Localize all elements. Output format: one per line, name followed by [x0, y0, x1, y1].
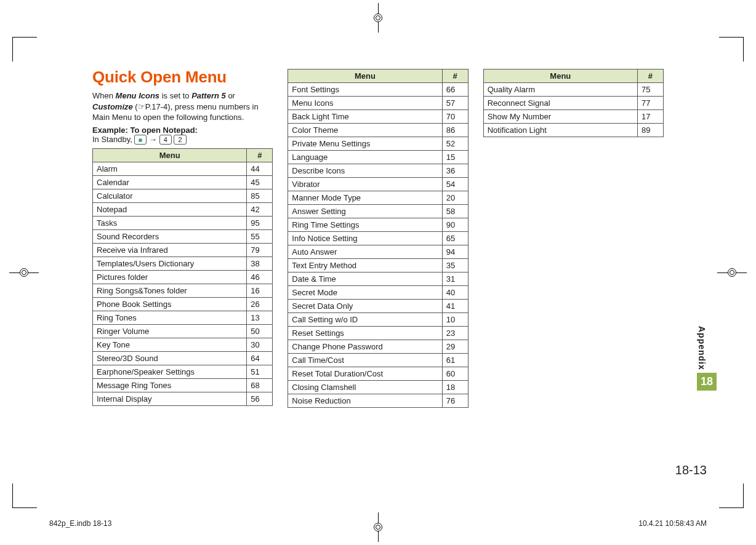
col-header-hash: # [637, 70, 663, 83]
table-row: Vibrator54 [288, 178, 468, 191]
hash-cell: 77 [637, 97, 663, 110]
hash-cell: 16 [247, 284, 273, 298]
hash-cell: 68 [247, 379, 273, 392]
menu-cell: Stereo/3D Sound [93, 352, 247, 365]
menu-cell: Reconnect Signal [483, 97, 637, 110]
hash-cell: 38 [247, 257, 273, 271]
registration-mark [368, 15, 388, 20]
table-row: Date & Time31 [288, 272, 468, 286]
hash-cell: 10 [442, 313, 468, 327]
crop-mark [719, 37, 744, 62]
table-row: Describe Icons36 [288, 164, 468, 178]
menu-cell: Reset Settings [288, 327, 442, 340]
menu-cell: Reset Total Duration/Cost [288, 367, 442, 381]
menu-cell: Calculator [93, 189, 247, 203]
menu-cell: Vibrator [288, 178, 442, 191]
side-tab: Appendix 18 [697, 326, 717, 391]
menu-cell: Templates/Users Dictionary [93, 257, 247, 271]
table-row: Private Menu Settings52 [288, 137, 468, 151]
col-header-hash: # [442, 70, 468, 83]
appendix-label: Appendix [697, 326, 707, 370]
hash-cell: 26 [247, 298, 273, 311]
menu-cell: Internal Display [93, 392, 247, 406]
table-row: Text Entry Method35 [288, 259, 468, 272]
page-number: 18-13 [675, 463, 707, 477]
table-row: Ring Tones13 [93, 311, 273, 325]
hash-cell: 61 [442, 354, 468, 367]
menu-table-3: Menu # Quality Alarm75Reconnect Signal77… [483, 69, 664, 137]
hash-cell: 42 [247, 203, 273, 217]
menu-cell: Manner Mode Type [288, 191, 442, 205]
crop-mark [719, 483, 744, 508]
menu-table-2: Menu # Font Settings66Menu Icons57Back L… [288, 69, 468, 408]
col-header-menu: Menu [93, 149, 247, 162]
menu-cell: Show My Number [483, 110, 637, 124]
menu-cell: Color Theme [288, 124, 442, 137]
intro-part: or [226, 91, 235, 100]
menu-cell: Call Time/Cost [288, 354, 442, 367]
table-row: Answer Setting58 [288, 205, 468, 218]
hash-cell: 95 [247, 217, 273, 230]
intro-text: When Menu Icons is set to Pattern 5 or C… [92, 90, 273, 123]
table-row: Closing Clamshell18 [288, 381, 468, 394]
table-row: Ring Time Settings90 [288, 218, 468, 232]
menu-cell: Ring Tones [93, 311, 247, 325]
table-row: Ringer Volume50 [93, 325, 273, 338]
table-row: Quality Alarm75 [483, 83, 663, 97]
standby-pre: In Standby, [92, 135, 134, 144]
menu-cell: Change Phone Password [288, 340, 442, 354]
table-row: Auto Answer94 [288, 245, 468, 259]
page-body: Quick Open Menu When Menu Icons is set t… [92, 68, 664, 477]
table-row: Notepad42 [93, 203, 273, 217]
menu-table-1: Menu # Alarm44Calendar45Calculator85Note… [92, 148, 273, 406]
menu-cell: Ring Songs&Tones folder [93, 284, 247, 298]
table-row: Receive via Infrared79 [93, 244, 273, 257]
table-row: Info Notice Setting65 [288, 232, 468, 245]
table-row: Back Light Time70 [288, 110, 468, 124]
menu-cell: Font Settings [288, 83, 442, 97]
table-row: Call Setting w/o ID10 [288, 313, 468, 327]
hash-cell: 31 [442, 272, 468, 286]
hash-cell: 17 [637, 110, 663, 124]
page-title: Quick Open Menu [92, 68, 273, 87]
hash-cell: 64 [247, 352, 273, 365]
table-row: Stereo/3D Sound64 [93, 352, 273, 365]
hash-cell: 50 [247, 325, 273, 338]
arrow-icon: → [149, 135, 159, 144]
table-row: Phone Book Settings26 [93, 298, 273, 311]
table-row: Color Theme86 [288, 124, 468, 137]
menu-cell: Private Menu Settings [288, 137, 442, 151]
menu-cell: Info Notice Setting [288, 232, 442, 245]
menu-cell: Alarm [93, 162, 247, 176]
emph-customize: Customize [92, 102, 133, 111]
menu-cell: Language [288, 151, 442, 164]
table-row: Font Settings66 [288, 83, 468, 97]
intro-part: is set to [159, 91, 191, 100]
footer-right: 10.4.21 10:58:43 AM [638, 519, 707, 528]
menu-cell: Secret Data Only [288, 300, 442, 313]
hash-cell: 23 [442, 327, 468, 340]
table-row: Call Time/Cost61 [288, 354, 468, 367]
hash-cell: 36 [442, 164, 468, 178]
hash-cell: 60 [442, 367, 468, 381]
hash-cell: 94 [442, 245, 468, 259]
menu-cell: Ringer Volume [93, 325, 247, 338]
hash-cell: 58 [442, 205, 468, 218]
table-row: Tasks95 [93, 217, 273, 230]
table-row: Notification Light89 [483, 124, 663, 137]
table-row: Key Tone30 [93, 338, 273, 352]
menu-cell: Text Entry Method [288, 259, 442, 272]
emph-pattern-5: Pattern 5 [191, 91, 226, 100]
table-row: Reset Settings23 [288, 327, 468, 340]
hash-cell: 56 [247, 392, 273, 406]
hash-cell: 44 [247, 162, 273, 176]
menu-cell: Key Tone [93, 338, 247, 352]
table-row: Pictures folder46 [93, 271, 273, 284]
menu-cell: Message Ring Tones [93, 379, 247, 392]
menu-cell: Calendar [93, 176, 247, 189]
column-3: Menu # Quality Alarm75Reconnect Signal77… [483, 68, 664, 477]
chapter-number: 18 [697, 373, 717, 391]
table-row: Earphone/Speaker Settings51 [93, 365, 273, 379]
hash-cell: 13 [247, 311, 273, 325]
table-row: Calculator85 [93, 189, 273, 203]
